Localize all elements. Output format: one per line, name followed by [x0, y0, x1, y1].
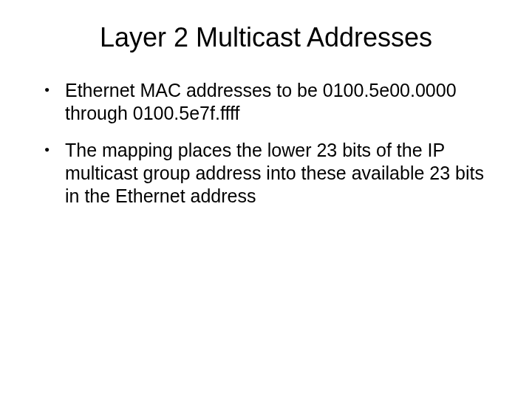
- slide-title: Layer 2 Multicast Addresses: [30, 22, 502, 53]
- bullet-list: Ethernet MAC addresses to be 0100.5e00.0…: [30, 79, 502, 208]
- list-item: The mapping places the lower 23 bits of …: [44, 139, 502, 208]
- list-item: Ethernet MAC addresses to be 0100.5e00.0…: [44, 79, 502, 126]
